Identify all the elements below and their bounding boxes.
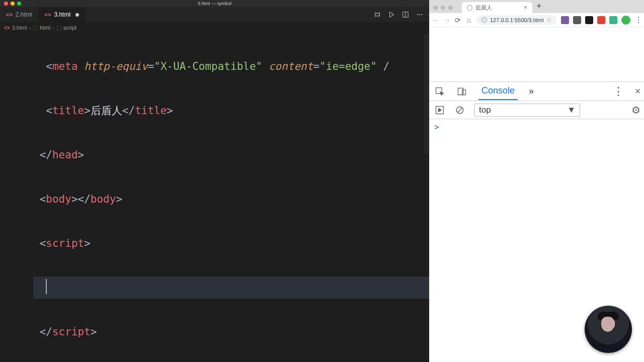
chevron-right-icon: › <box>52 25 54 31</box>
console-settings-icon[interactable]: ⚙ <box>631 104 640 116</box>
tab-2html[interactable]: <> 2.html <box>0 7 39 22</box>
forward-button[interactable]: → <box>443 16 450 24</box>
chevron-right-icon: › <box>29 25 31 31</box>
more-tabs-icon[interactable]: » <box>529 86 534 97</box>
tab-console[interactable]: Console <box>478 82 518 100</box>
back-button[interactable]: ← <box>432 16 439 24</box>
editor-tabs: <> 2.html <> 3.html <box>0 7 86 22</box>
editor-gutter <box>0 33 33 362</box>
extension-icon[interactable] <box>597 16 605 24</box>
extension-icon[interactable] <box>561 16 569 24</box>
window-maximize-button[interactable] <box>17 2 21 6</box>
file-icon: <> <box>4 25 10 31</box>
tab-label: 2.html <box>16 11 32 18</box>
compare-icon[interactable] <box>374 11 381 18</box>
breadcrumb-symbol: script <box>63 25 76 31</box>
device-toolbar-icon[interactable] <box>456 86 467 97</box>
clear-console-icon[interactable] <box>454 105 465 116</box>
vscode-window: 3.html — symbol <> 2.html <> 3.html <box>0 0 429 362</box>
extension-icon[interactable] <box>573 16 581 24</box>
bookmark-icon[interactable]: ☆ <box>546 17 552 24</box>
context-selector[interactable]: top ▼ <box>474 104 580 117</box>
window-close-button[interactable] <box>433 6 438 10</box>
svg-point-2 <box>419 14 420 15</box>
minimap[interactable] <box>424 33 429 154</box>
console-context-bar: top ▼ ⚙ <box>429 101 644 119</box>
execute-icon[interactable] <box>434 105 445 116</box>
tab-title: 后盾人 <box>475 4 492 12</box>
breadcrumb[interactable]: <> 3.html › ⬚ html › ⬚ script <box>0 22 429 33</box>
code-content: <meta http-equiv="X-UA-Compatible" conte… <box>33 33 429 362</box>
address-bar[interactable]: i 127.0.0.1:5500/3.html ☆ <box>476 15 557 25</box>
window-maximize-button[interactable] <box>448 6 453 10</box>
code-editor[interactable]: <meta http-equiv="X-UA-Compatible" conte… <box>0 33 429 362</box>
tab-3html[interactable]: <> 3.html <box>39 7 86 22</box>
extension-icon[interactable] <box>585 16 593 24</box>
chevron-down-icon: ▼ <box>567 105 576 115</box>
new-tab-button[interactable]: + <box>532 1 546 13</box>
extension-icon[interactable] <box>609 16 617 24</box>
inspect-element-icon[interactable] <box>434 86 445 97</box>
split-editor-icon[interactable] <box>402 11 409 18</box>
mac-titlebar: 3.html — symbol <box>0 0 429 7</box>
window-controls <box>4 2 21 6</box>
reload-button[interactable]: ⟳ <box>454 16 461 24</box>
text-cursor <box>46 279 47 294</box>
svg-point-3 <box>421 14 422 15</box>
devtools-tabbar: Console » ⋮ × <box>429 82 644 101</box>
run-icon[interactable] <box>388 11 395 18</box>
symbol-icon: ⬚ <box>33 25 38 31</box>
window-minimize-button[interactable] <box>11 2 15 6</box>
page-viewport <box>429 27 644 81</box>
browser-menu-icon[interactable]: ⋮ <box>634 15 642 25</box>
window-minimize-button[interactable] <box>441 6 445 10</box>
more-actions-icon[interactable] <box>416 11 423 18</box>
editor-tabbar: <> 2.html <> 3.html <box>0 7 429 22</box>
file-icon: <> <box>45 12 51 18</box>
webcam-overlay <box>585 306 632 353</box>
site-info-icon[interactable]: i <box>481 17 487 23</box>
tab-label: 3.html <box>54 11 70 18</box>
home-button[interactable]: ⌂ <box>465 16 472 24</box>
browser-toolbar: ← → ⟳ ⌂ i 127.0.0.1:5500/3.html ☆ ⋮ <box>429 13 644 27</box>
browser-tabs: 后盾人 × + <box>462 0 546 13</box>
context-value: top <box>479 105 491 115</box>
globe-icon <box>467 5 472 11</box>
devtools-menu-icon[interactable]: ⋮ <box>613 85 624 98</box>
breadcrumb-file: 3.html <box>12 25 27 31</box>
file-icon: <> <box>6 12 13 18</box>
close-tab-icon[interactable]: × <box>524 4 527 11</box>
window-title: 3.html — symbol <box>0 1 429 6</box>
breadcrumb-symbol: html <box>40 25 50 31</box>
svg-point-1 <box>417 14 418 15</box>
editor-actions <box>368 7 429 22</box>
svg-rect-6 <box>462 89 466 95</box>
browser-titlebar: 后盾人 × + <box>429 0 644 13</box>
profile-avatar[interactable] <box>621 16 630 25</box>
extension-icons: ⋮ <box>561 15 642 25</box>
symbol-icon: ⬚ <box>56 25 61 31</box>
window-close-button[interactable] <box>4 2 8 6</box>
devtools-close-icon[interactable]: × <box>635 85 641 97</box>
window-controls <box>433 6 453 10</box>
url-text: 127.0.0.1:5500/3.html <box>490 17 543 23</box>
browser-tab[interactable]: 后盾人 × <box>462 2 532 13</box>
console-prompt: > <box>434 122 439 132</box>
dirty-indicator-icon <box>75 13 79 17</box>
